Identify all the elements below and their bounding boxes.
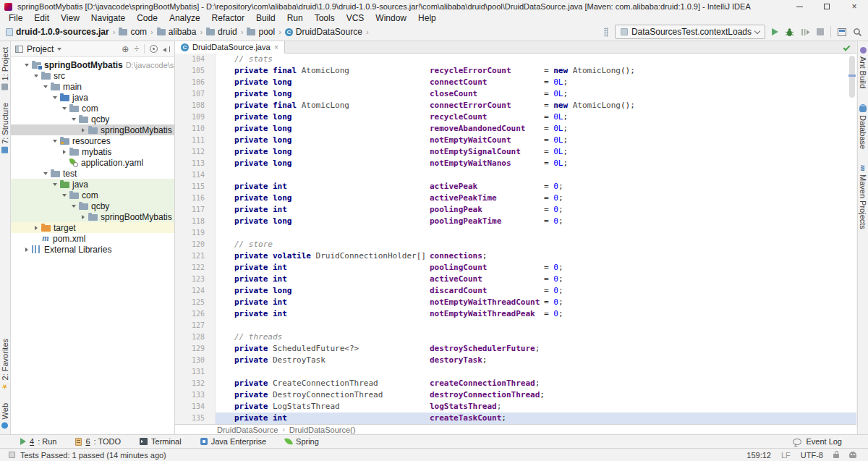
file-encoding[interactable]: UTF-8 bbox=[801, 451, 823, 460]
toolwindow-button-favorites[interactable]: ★ 2: Favorites bbox=[1, 339, 9, 391]
code-line-131[interactable]: 131 bbox=[175, 366, 856, 378]
breadcrumb-item-pool[interactable]: pool bbox=[247, 27, 275, 37]
event-log-button[interactable]: Event Log bbox=[793, 437, 842, 446]
tree-item-java[interactable]: java bbox=[11, 92, 174, 103]
code-line-112[interactable]: 112private longnotEmptySignalCount= 0L; bbox=[175, 146, 856, 158]
tree-item-application-yaml[interactable]: application.yaml bbox=[11, 157, 174, 168]
code-line-125[interactable]: 125private intnotEmptyWaitThreadCount= 0… bbox=[175, 297, 856, 308]
code-line-105[interactable]: 105private final AtomicLongrecycleErrorC… bbox=[175, 65, 856, 77]
menu-item-analyze[interactable]: Analyze bbox=[163, 13, 206, 23]
code-line-129[interactable]: 129private ScheduledFuture<?>destroySche… bbox=[175, 343, 856, 355]
tree-item-springbootmybatis[interactable]: springBootMybatis bbox=[11, 124, 174, 135]
code-line-109[interactable]: 109private longrecycleCount= 0L; bbox=[175, 111, 856, 123]
run-button[interactable] bbox=[772, 28, 778, 35]
code-editor[interactable]: 104// stats105private final AtomicLongre… bbox=[175, 54, 856, 424]
code-line-124[interactable]: 124private longdiscardCount= 0; bbox=[175, 285, 856, 297]
toolwindow-button-spring[interactable]: Spring bbox=[285, 437, 319, 446]
hide-panel-button[interactable] bbox=[163, 46, 170, 53]
breadcrumb-method[interactable]: DruidDataSource() bbox=[289, 426, 356, 434]
menu-item-edit[interactable]: Edit bbox=[28, 13, 55, 23]
toolwindow-button-structure[interactable]: 7: Structure bbox=[1, 103, 9, 153]
code-line-106[interactable]: 106private longconnectCount= 0L; bbox=[175, 77, 856, 88]
caret-position[interactable]: 159:12 bbox=[746, 451, 771, 460]
code-line-121[interactable]: 121private volatile DruidConnectionHolde… bbox=[175, 250, 856, 262]
tree-item-src[interactable]: src bbox=[11, 70, 174, 81]
toolwindow-button-todo[interactable]: 6: TODO bbox=[75, 437, 121, 446]
code-line-128[interactable]: 128// threads bbox=[175, 331, 856, 343]
code-line-111[interactable]: 111private longnotEmptyWaitCount= 0L; bbox=[175, 135, 856, 146]
menu-item-vcs[interactable]: VCS bbox=[341, 13, 370, 23]
menu-item-help[interactable]: Help bbox=[412, 13, 442, 23]
tree-item-main[interactable]: main bbox=[11, 81, 174, 92]
gear-icon[interactable] bbox=[150, 45, 158, 53]
code-line-118[interactable]: 118private longpoolingPeakTime= 0; bbox=[175, 216, 856, 227]
menu-item-build[interactable]: Build bbox=[250, 13, 281, 23]
toolwindow-button-database[interactable]: Database bbox=[859, 104, 867, 149]
breadcrumb-item-druid[interactable]: druid bbox=[206, 27, 237, 37]
code-line-113[interactable]: 113private longnotEmptyWaitNanos= 0L; bbox=[175, 158, 856, 169]
run-with-coverage-button[interactable] bbox=[801, 28, 810, 37]
code-line-133[interactable]: 133private DestroyConnectionThreaddestro… bbox=[175, 389, 856, 401]
tree-item-test[interactable]: test bbox=[11, 168, 174, 179]
breadcrumb-item-druiddatasource[interactable]: CDruidDataSource bbox=[285, 27, 362, 37]
code-line-108[interactable]: 108private final AtomicLongconnectErrorC… bbox=[175, 100, 856, 111]
tree-item-springbootmybatis[interactable]: springBootMybatisD:\javacode\springB bbox=[11, 59, 174, 70]
code-line-134[interactable]: 134private LogStatsThreadlogStatsThread; bbox=[175, 401, 856, 413]
code-line-130[interactable]: 130private DestroyTaskdestoryTask; bbox=[175, 355, 856, 366]
collapse-all-button[interactable]: ÷ bbox=[134, 45, 139, 54]
code-line-126[interactable]: 126private intnotEmptyWaitThreadPeak= 0; bbox=[175, 308, 856, 320]
breadcrumb-class[interactable]: DruidDataSource bbox=[217, 426, 278, 434]
breadcrumb-item-com[interactable]: com bbox=[119, 27, 147, 37]
menu-item-file[interactable]: File bbox=[3, 13, 28, 23]
menu-item-window[interactable]: Window bbox=[370, 13, 412, 23]
close-button[interactable]: × bbox=[841, 0, 868, 13]
toolwindow-button-web[interactable]: Web bbox=[1, 403, 9, 428]
tree-item-external-libraries[interactable]: External Libraries bbox=[11, 244, 174, 255]
code-line-135[interactable]: 135private intcreateTaskCount; bbox=[175, 413, 856, 424]
code-line-120[interactable]: 120// store bbox=[175, 239, 856, 250]
chevron-down-icon[interactable] bbox=[57, 48, 61, 51]
tree-item-java[interactable]: java bbox=[11, 179, 174, 190]
breadcrumb-item-alibaba[interactable]: alibaba bbox=[157, 27, 197, 37]
menu-item-tools[interactable]: Tools bbox=[309, 13, 341, 23]
tree-item-resources[interactable]: resources bbox=[11, 135, 174, 146]
code-line-116[interactable]: 116private longactivePeakTime= 0; bbox=[175, 193, 856, 204]
layout-button[interactable] bbox=[838, 28, 846, 36]
code-line-127[interactable]: 127 bbox=[175, 320, 856, 331]
line-separator[interactable]: LF bbox=[781, 451, 791, 460]
stop-button[interactable] bbox=[817, 28, 824, 35]
minimize-button[interactable] bbox=[786, 0, 813, 13]
breadcrumb-item-druid-1-0-9-sources-jar[interactable]: druid-1.0.9-sources.jar bbox=[6, 27, 109, 37]
tree-item-mybatis[interactable]: mybatis bbox=[11, 146, 174, 157]
tree-item-springbootmybatis[interactable]: springBootMybatis bbox=[11, 211, 174, 222]
tree-item-target[interactable]: target bbox=[11, 222, 174, 233]
toolwindow-button-maven-projects[interactable]: m Maven Projects bbox=[859, 165, 867, 229]
run-configuration-select[interactable]: DataSourcesTest.contextLoads bbox=[615, 25, 765, 39]
menu-item-navigate[interactable]: Navigate bbox=[85, 13, 131, 23]
code-line-119[interactable]: 119 bbox=[175, 227, 856, 239]
toolwindow-button-terminal[interactable]: Terminal bbox=[140, 437, 182, 446]
editor-scrollbar[interactable] bbox=[849, 56, 855, 98]
menu-item-view[interactable]: View bbox=[55, 13, 85, 23]
code-line-122[interactable]: 122private intpoolingCount= 0; bbox=[175, 262, 856, 274]
hector-icon[interactable] bbox=[849, 452, 856, 458]
editor-tab[interactable]: C DruidDataSource.java × bbox=[175, 41, 285, 54]
menu-item-code[interactable]: Code bbox=[131, 13, 163, 23]
close-tab-icon[interactable]: × bbox=[274, 43, 278, 51]
toolwindow-button-project[interactable]: 1: Project bbox=[1, 47, 9, 90]
tree-item-qcby[interactable]: qcby bbox=[11, 200, 174, 211]
tree-item-com[interactable]: com bbox=[11, 103, 174, 114]
code-line-107[interactable]: 107private longcloseCount= 0L; bbox=[175, 88, 856, 100]
code-line-123[interactable]: 123private intactiveCount= 0; bbox=[175, 274, 856, 285]
tree-item-qcby[interactable]: qcby bbox=[11, 114, 174, 124]
toolwindow-button-java-enterprise[interactable]: Java Enterprise bbox=[200, 437, 266, 446]
lock-icon[interactable] bbox=[833, 454, 839, 458]
menu-item-refactor[interactable]: Refactor bbox=[206, 13, 250, 23]
search-everywhere-button[interactable] bbox=[853, 28, 862, 37]
code-line-104[interactable]: 104// stats bbox=[175, 54, 856, 65]
toolwindow-button-run[interactable]: 4: Run bbox=[20, 437, 56, 446]
locate-file-button[interactable]: ⊕ bbox=[122, 45, 129, 54]
code-line-117[interactable]: 117private intpoolingPeak= 0; bbox=[175, 204, 856, 216]
tree-item-pom-xml[interactable]: mpom.xml bbox=[11, 233, 174, 244]
tree-item-com[interactable]: com bbox=[11, 190, 174, 200]
